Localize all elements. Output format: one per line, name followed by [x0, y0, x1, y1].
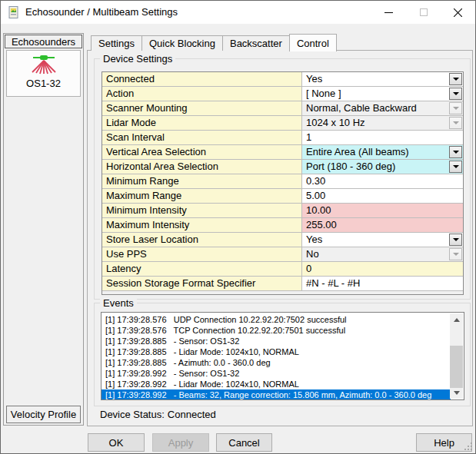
dropdown-button[interactable]: [449, 117, 462, 129]
setting-value-cell[interactable]: 0.30: [302, 174, 463, 188]
velocity-profile-button[interactable]: Velocity Profile: [6, 406, 81, 423]
events-listbox[interactable]: [1] 17:39:28.576 UDP Connection 10.22.92…: [101, 312, 464, 400]
setting-value-cell[interactable]: [ None ]: [302, 87, 463, 101]
scroll-down-icon[interactable]: [450, 386, 463, 399]
setting-value-cell[interactable]: Yes: [302, 233, 463, 247]
event-row[interactable]: [1] 17:39:28.885 - Lidar Mode: 1024x10, …: [102, 346, 451, 357]
setting-value: 0.30: [302, 174, 463, 188]
table-row: Scanner Mounting Normal, Cable Backward: [102, 101, 463, 116]
setting-value: 0: [302, 262, 463, 276]
dropdown-button[interactable]: [449, 73, 462, 85]
ok-button[interactable]: OK: [88, 433, 145, 452]
cancel-button[interactable]: Cancel: [216, 433, 272, 452]
dropdown-button[interactable]: [449, 102, 462, 114]
apply-button[interactable]: Apply: [152, 433, 209, 452]
device-status-label: Device Status:: [100, 409, 165, 420]
scrollbar-thumb[interactable]: [450, 346, 463, 388]
scroll-up-icon[interactable]: [450, 313, 463, 326]
device-status-value: Connected: [168, 409, 216, 420]
dropdown-button[interactable]: [449, 146, 462, 158]
event-row[interactable]: [1] 17:39:28.992 - Sensor: OS1-32: [102, 368, 451, 379]
table-row: Minimum Range 0.30: [102, 174, 463, 189]
event-row[interactable]: [1] 17:39:28.576 TCP Connection 10.22.92…: [102, 325, 451, 336]
setting-value: 10.00: [302, 204, 463, 217]
chevron-down-icon: [453, 78, 459, 81]
control-tab-page: Device Settings Connected Yes Action [ N…: [87, 50, 473, 426]
event-row[interactable]: [1] 17:39:28.885 - Sensor: OS1-32: [102, 336, 451, 346]
chevron-down-icon: [453, 151, 459, 154]
setting-value-cell[interactable]: 0: [302, 262, 463, 276]
help-button[interactable]: Help: [416, 433, 472, 452]
events-scrollbar[interactable]: [450, 313, 463, 399]
titlebar[interactable]: Echosounder / Multibeam Settings: [1, 1, 475, 24]
setting-value-cell[interactable]: 1: [302, 131, 463, 144]
setting-value: 1024 x 10 Hz: [302, 116, 463, 130]
tab-strip: Settings Quick Blocking Backscatter Cont…: [91, 33, 336, 51]
table-row: Connected Yes: [102, 72, 463, 87]
table-row: Minimum Intensity 10.00: [102, 204, 463, 218]
setting-value-cell[interactable]: Normal, Cable Backward: [302, 101, 463, 115]
tab-settings[interactable]: Settings: [91, 35, 142, 51]
window-title: Echosounder / Multibeam Settings: [25, 6, 178, 18]
device-item-os1-32[interactable]: OS1-32: [6, 50, 81, 97]
maximize-button[interactable]: [406, 1, 441, 24]
tab-quick-blocking[interactable]: Quick Blocking: [141, 35, 223, 51]
chevron-down-icon: [453, 92, 459, 95]
table-row: Latency 0: [102, 262, 463, 277]
dropdown-button[interactable]: [449, 234, 462, 246]
setting-label: Horizontal Area Selection: [102, 160, 302, 174]
chevron-down-icon: [453, 165, 459, 168]
events-group: Events [1] 17:39:28.576 UDP Connection 1…: [94, 303, 471, 406]
setting-value-cell[interactable]: 255.00: [302, 218, 463, 232]
app-window-icon: [8, 6, 19, 18]
events-list: [1] 17:39:28.576 UDP Connection 10.22.92…: [102, 314, 464, 399]
table-row: Action [ None ]: [102, 87, 463, 101]
table-row: Scan Interval 1: [102, 131, 463, 145]
setting-value: 1: [302, 131, 463, 144]
table-row: Session Storage Format Specifier #N - #L…: [102, 277, 463, 291]
setting-value: #N - #L - #H: [302, 277, 463, 290]
setting-label: Action: [102, 87, 302, 101]
setting-value: Yes: [302, 233, 463, 247]
settings-dialog: Echosounder / Multibeam Settings Echosou…: [0, 0, 476, 454]
event-row[interactable]: [1] 17:39:28.576 UDP Connection 10.22.92…: [102, 314, 451, 325]
table-row: Maximum Range 5.00: [102, 189, 463, 204]
tab-backscatter[interactable]: Backscatter: [222, 35, 290, 51]
table-row: Store Laser Location Yes: [102, 233, 463, 247]
event-row[interactable]: [1] 17:39:28.992 - Beams: 32, Range corr…: [102, 389, 451, 400]
events-group-label: Events: [100, 297, 137, 309]
setting-value-cell[interactable]: Entire Area (All beams): [302, 145, 463, 159]
setting-label: Store Laser Location: [102, 233, 302, 247]
setting-value-cell[interactable]: #N - #L - #H: [302, 277, 463, 290]
close-button[interactable]: [441, 1, 475, 24]
setting-value: Entire Area (All beams): [302, 145, 463, 159]
dropdown-button[interactable]: [449, 161, 462, 173]
setting-value-cell[interactable]: 1024 x 10 Hz: [302, 116, 463, 130]
setting-value: 5.00: [302, 189, 463, 203]
setting-value-cell[interactable]: No: [302, 247, 463, 261]
dropdown-button[interactable]: [449, 88, 462, 100]
setting-label: Lidar Mode: [102, 116, 302, 130]
setting-label: Minimum Intensity: [102, 204, 302, 217]
resize-grip[interactable]: [471, 449, 472, 450]
minimize-button[interactable]: [371, 1, 406, 24]
setting-value-cell[interactable]: 5.00: [302, 189, 463, 203]
setting-label: Scan Interval: [102, 131, 302, 144]
setting-value: No: [302, 247, 463, 261]
setting-value-cell[interactable]: 10.00: [302, 204, 463, 217]
event-row[interactable]: [1] 17:39:28.885 - Azimuth: 0.0 - 360.0 …: [102, 357, 451, 368]
setting-value-cell[interactable]: Port (180 - 360 deg): [302, 160, 463, 174]
multibeam-scanner-icon: [29, 55, 58, 75]
setting-label: Latency: [102, 262, 302, 276]
table-row: Maximum Intensity 255.00: [102, 218, 463, 233]
setting-label: Maximum Intensity: [102, 218, 302, 232]
setting-value: 255.00: [302, 218, 463, 232]
setting-value-cell[interactable]: Yes: [302, 72, 463, 86]
dropdown-button[interactable]: [449, 248, 462, 260]
tab-control[interactable]: Control: [289, 34, 337, 51]
scrollbar-track[interactable]: [450, 326, 463, 386]
setting-value: Yes: [302, 72, 463, 86]
setting-value: [ None ]: [302, 87, 463, 101]
event-row[interactable]: [1] 17:39:28.992 - Lidar Mode: 1024x10, …: [102, 379, 451, 389]
setting-value: Port (180 - 360 deg): [302, 160, 463, 174]
